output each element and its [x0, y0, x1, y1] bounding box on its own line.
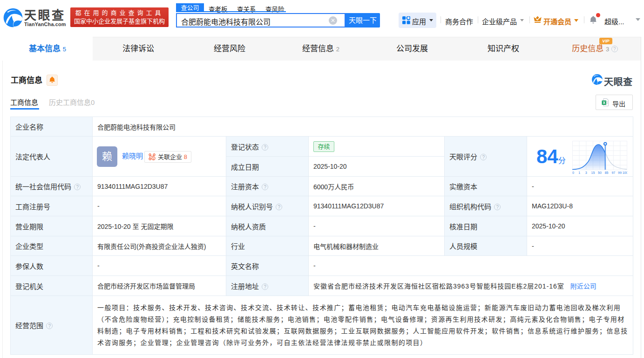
- svg-text:3: 3: [585, 171, 587, 174]
- svg-text:1: 1: [578, 171, 580, 174]
- svg-text:85: 85: [605, 171, 609, 174]
- svg-text:50: 50: [598, 171, 602, 174]
- svg-text:97: 97: [611, 171, 615, 174]
- svg-text:0: 0: [572, 171, 574, 174]
- svg-text:15: 15: [591, 171, 595, 174]
- svg-text:100: 100: [623, 171, 627, 174]
- svg-text:99: 99: [618, 171, 622, 174]
